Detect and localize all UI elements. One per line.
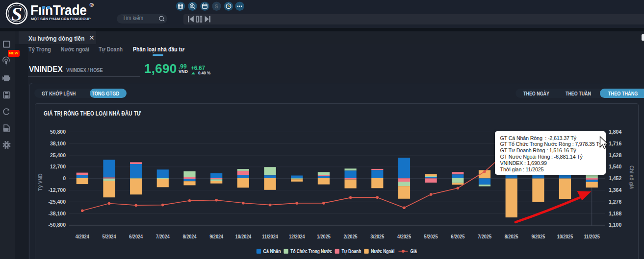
svg-text:1,364: 1,364: [609, 187, 621, 193]
svg-text:10/2025: 10/2025: [557, 234, 573, 239]
svg-text:10/2024: 10/2024: [235, 234, 252, 239]
svg-text:5/2025: 5/2025: [424, 234, 438, 239]
svg-text:4/2025: 4/2025: [397, 234, 411, 239]
svg-text:6/2024: 6/2024: [129, 234, 143, 239]
svg-text:7/2025: 7/2025: [478, 234, 491, 239]
svg-text:6/2025: 6/2025: [451, 234, 464, 239]
svg-text:25,400: 25,400: [50, 152, 66, 158]
svg-text:Giá: Giá: [411, 248, 417, 254]
svg-text:1,540: 1,540: [609, 164, 621, 169]
svg-text:-50,800: -50,800: [48, 222, 66, 228]
svg-text:12,700: 12,700: [50, 164, 66, 169]
svg-text:7/2024: 7/2024: [156, 234, 170, 239]
svg-text:4/2024: 4/2024: [76, 234, 89, 239]
svg-text:Tổ Chức Trong Nước: Tổ Chức Trong Nước: [290, 248, 332, 254]
svg-text:Tỷ VND: Tỷ VND: [38, 173, 43, 191]
svg-text:1,804: 1,804: [609, 129, 621, 135]
svg-text:11/2025: 11/2025: [584, 234, 600, 239]
svg-text:11/2024: 11/2024: [262, 234, 278, 239]
svg-text:2/2025: 2/2025: [344, 234, 358, 239]
svg-text:Nước Ngoài: Nước Ngoài: [371, 248, 394, 254]
svg-text:12/2024: 12/2024: [289, 234, 305, 239]
svg-text:0: 0: [63, 175, 66, 181]
svg-text:-38,100: -38,100: [48, 211, 66, 216]
svg-text:Tự Doanh: Tự Doanh: [342, 248, 361, 255]
svg-text:1,452: 1,452: [609, 175, 621, 181]
svg-text:9/2024: 9/2024: [209, 234, 223, 239]
svg-text:50,800: 50,800: [50, 129, 66, 135]
svg-text:1,628: 1,628: [609, 152, 621, 158]
svg-text:9/2025: 9/2025: [531, 234, 545, 239]
svg-text:5/2024: 5/2024: [103, 234, 116, 239]
svg-text:1,276: 1,276: [609, 199, 621, 205]
svg-text:-25,400: -25,400: [48, 199, 66, 205]
svg-text:Cá Nhân: Cá Nhân: [263, 248, 281, 254]
svg-text:Chỉ số giá: Chỉ số giá: [629, 165, 634, 189]
svg-text:1,716: 1,716: [609, 141, 621, 146]
svg-text:8/2025: 8/2025: [505, 234, 518, 239]
svg-text:3/2025: 3/2025: [370, 234, 384, 239]
svg-text:1/2025: 1/2025: [317, 234, 331, 239]
svg-text:8/2024: 8/2024: [183, 234, 197, 239]
svg-text:-12,700: -12,700: [48, 187, 66, 193]
svg-text:1,100: 1,100: [609, 222, 621, 228]
svg-text:38,100: 38,100: [50, 141, 66, 146]
svg-text:1,188: 1,188: [609, 211, 621, 216]
